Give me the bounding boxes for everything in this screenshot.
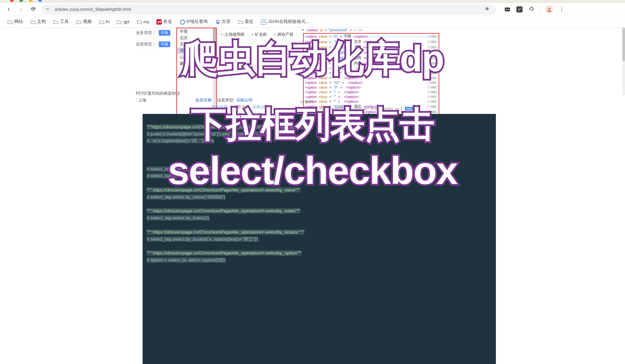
svg-point-2	[508, 9, 509, 10]
svg-point-6	[561, 10, 562, 11]
bm-1[interactable]: 文档	[28, 18, 49, 26]
bm-3[interactable]: 视频	[73, 18, 94, 26]
url-text: articles.zsxq.com/id_80qs4ehgfz6t.html	[55, 7, 131, 12]
svg-point-5	[561, 9, 562, 9]
star-icon[interactable]	[485, 6, 492, 12]
reload-button[interactable]	[29, 5, 37, 13]
bm-6[interactable]: my	[134, 18, 152, 26]
page-scrollbar[interactable]	[622, 28, 625, 95]
ext-2-icon[interactable]: V	[516, 6, 523, 13]
bm-5[interactable]: gpt	[114, 18, 132, 26]
tab-strip	[0, 0, 625, 3]
profile-avatar[interactable]	[545, 5, 553, 13]
forward-button[interactable]	[17, 5, 25, 13]
svg-point-4	[561, 7, 562, 8]
bm-9[interactable]: 百度	[212, 18, 233, 26]
site-info-icon[interactable]	[45, 6, 53, 12]
extensions-icon[interactable]	[528, 6, 535, 13]
bm-2[interactable]: 工具	[51, 18, 71, 26]
bm-7[interactable]: yd有道	[154, 18, 175, 26]
svg-point-3	[548, 7, 550, 9]
overlay-line-3: select/checkbox	[168, 148, 457, 193]
overlay-line-1: 爬虫自动化库dp	[181, 34, 444, 84]
address-bar: articles.zsxq.com/id_80qs4ehgfz6t.html V	[0, 3, 625, 16]
svg-point-9	[216, 22, 217, 23]
address-field[interactable]: articles.zsxq.com/id_80qs4ehgfz6t.html	[41, 4, 496, 14]
bm-10[interactable]: 最近	[235, 18, 256, 26]
bm-0[interactable]: 网站	[5, 18, 26, 26]
svg-point-11	[217, 23, 219, 24]
ext-1-icon[interactable]	[504, 6, 511, 13]
back-button[interactable]	[5, 5, 13, 13]
bm-8[interactable]: IP地址查询	[177, 18, 210, 26]
svg-rect-0	[505, 7, 510, 11]
overlay-line-2: 下拉框列表点击	[191, 101, 434, 149]
svg-point-7	[216, 20, 217, 21]
svg-point-10	[219, 22, 220, 23]
menu-icon[interactable]	[558, 6, 565, 13]
svg-point-8	[218, 20, 219, 21]
bm-11[interactable]: JSJSON在线校验格式...	[258, 18, 311, 26]
bookmarks-bar: 网站 文档 工具 视频 fri gpt my yd有道 IP地址查询 百度 最近…	[0, 16, 625, 28]
svg-point-1	[506, 9, 507, 10]
bm-4[interactable]: fri	[96, 18, 112, 26]
